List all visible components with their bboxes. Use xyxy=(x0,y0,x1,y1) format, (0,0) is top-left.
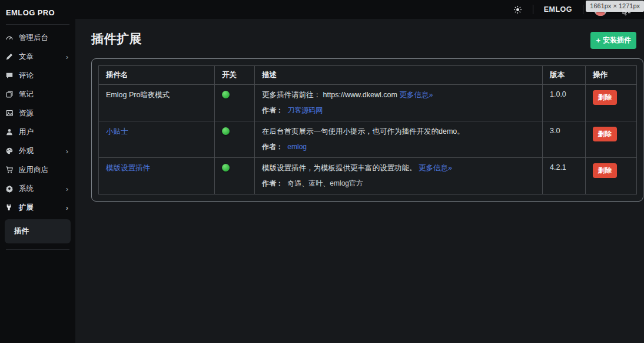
capture-size-badge: 1661px × 1271px xyxy=(586,1,644,12)
chevron-right-icon: › xyxy=(66,147,71,155)
plugin-enabled-toggle-icon[interactable] xyxy=(222,91,230,98)
plugin-version: 4.2.1 xyxy=(550,163,566,172)
plug-icon xyxy=(5,203,14,212)
author-label: 作者： xyxy=(262,143,283,151)
chevron-right-icon: › xyxy=(66,53,71,61)
mouse-cursor-icon xyxy=(622,8,629,18)
plugin-description: 更多插件请前往： https://www.dkewl.com 更多信息» xyxy=(262,90,535,100)
sidebar-item-system[interactable]: 系统 › xyxy=(0,179,75,198)
dashboard-icon xyxy=(5,34,14,42)
table-row: 小贴士 在后台首页展示一句使用小提示，也可作为插件开发的demo。 作者： em… xyxy=(99,121,637,158)
more-info-link[interactable]: 更多信息» xyxy=(419,164,452,172)
app-logo: EMLOG PRO xyxy=(0,4,75,24)
topbar-separator xyxy=(583,5,583,14)
sidebar-item-label: 管理后台 xyxy=(19,33,48,43)
content-area: 插件扩展 + 安装插件 插件名 开关 描述 版 xyxy=(75,19,644,343)
sidebar-divider-bottom xyxy=(6,249,69,250)
sidebar-item-label: 评论 xyxy=(19,71,34,81)
sidebar-item-dashboard[interactable]: 管理后台 xyxy=(0,28,75,47)
chevron-right-icon: › xyxy=(66,204,71,212)
plugin-author-line: 作者： emlog xyxy=(262,142,535,152)
plugin-enabled-toggle-icon[interactable] xyxy=(222,127,230,135)
plugin-description: 模版设置插件，为模板提供更丰富的设置功能。 更多信息» xyxy=(262,163,535,173)
install-plugin-button[interactable]: + 安装插件 xyxy=(590,32,636,49)
comment-icon xyxy=(5,71,14,80)
sidebar-item-label: 系统 xyxy=(19,184,34,194)
sidebar-item-label: 文章 xyxy=(19,52,34,62)
note-icon xyxy=(5,90,14,98)
plugin-author-line: 作者： 奇遇、蓝叶、emlog官方 xyxy=(262,179,535,189)
app-window: EMLOG PRO 管理后台 文章 › 评论 笔记 xyxy=(0,0,644,343)
col-header-switch: 开关 xyxy=(215,66,255,85)
sidebar-item-label: 资源 xyxy=(19,108,34,118)
col-header-description: 描述 xyxy=(255,66,543,85)
plugin-author-line: 作者： 刀客源码网 xyxy=(262,105,535,116)
col-header-version: 版本 xyxy=(543,66,586,85)
sidebar-item-label: 应用商店 xyxy=(19,165,48,175)
plugin-version: 1.0.0 xyxy=(550,90,566,98)
more-info-link[interactable]: 更多信息» xyxy=(399,91,433,99)
delete-plugin-button[interactable]: 删除 xyxy=(593,163,617,178)
plugin-enabled-toggle-icon[interactable] xyxy=(222,164,230,172)
author-link[interactable]: 刀客源码网 xyxy=(287,106,323,114)
cart-icon xyxy=(5,166,14,174)
sidebar-divider-top xyxy=(6,24,69,25)
author-label: 作者： xyxy=(262,106,283,114)
plugin-table-card: 插件名 开关 描述 版本 操作 Emlog Pro暗夜模式 xyxy=(91,58,643,202)
plugin-name-link[interactable]: 模版设置插件 xyxy=(106,164,150,172)
sidebar-item-label: 用户 xyxy=(19,127,34,137)
author-label: 作者： xyxy=(262,179,283,187)
plugin-name: Emlog Pro暗夜模式 xyxy=(106,91,170,99)
plugin-version: 3.0 xyxy=(550,127,560,135)
sidebar-item-label: 外观 xyxy=(19,146,34,156)
pencil-icon xyxy=(5,52,14,61)
site-home-link[interactable]: EMLOG xyxy=(544,5,572,14)
gear-icon xyxy=(5,184,14,193)
page-title: 插件扩展 xyxy=(91,31,142,47)
user-icon xyxy=(5,128,14,136)
col-header-plugin-name: 插件名 xyxy=(99,66,215,85)
install-plugin-label: 安装插件 xyxy=(603,35,631,45)
sidebar-item-articles[interactable]: 文章 › xyxy=(0,47,75,66)
page-header: 插件扩展 + 安装插件 xyxy=(91,31,636,49)
table-row: Emlog Pro暗夜模式 更多插件请前往： https://www.dkewl… xyxy=(99,85,637,121)
plugin-table: 插件名 开关 描述 版本 操作 Emlog Pro暗夜模式 xyxy=(98,65,637,194)
sidebar-item-users[interactable]: 用户 xyxy=(0,123,75,141)
sidebar: EMLOG PRO 管理后台 文章 › 评论 笔记 xyxy=(0,0,75,343)
image-icon xyxy=(5,109,14,117)
plugin-name-link[interactable]: 小贴士 xyxy=(106,127,128,136)
author-text: 奇遇、蓝叶、emlog官方 xyxy=(287,179,363,187)
table-row: 模版设置插件 模版设置插件，为模板提供更丰富的设置功能。 更多信息» 作者： 奇… xyxy=(99,158,637,194)
theme-toggle-sun-icon[interactable] xyxy=(513,5,522,14)
sidebar-item-label: 笔记 xyxy=(19,90,34,100)
plus-icon: + xyxy=(596,37,600,44)
chevron-right-icon: › xyxy=(66,185,71,193)
author-link[interactable]: emlog xyxy=(287,143,307,151)
col-header-operation: 操作 xyxy=(586,66,637,85)
table-header-row: 插件名 开关 描述 版本 操作 xyxy=(99,66,637,85)
palette-icon xyxy=(5,147,14,155)
topbar-separator xyxy=(533,5,533,14)
sidebar-item-comments[interactable]: 评论 xyxy=(0,66,75,85)
topbar: EMLOG xyxy=(75,0,644,19)
sidebar-item-label: 扩展 xyxy=(19,203,34,213)
sidebar-item-app-store[interactable]: 应用商店 xyxy=(0,160,75,179)
sidebar-item-appearance[interactable]: 外观 › xyxy=(0,141,75,160)
plugin-description: 在后台首页展示一句使用小提示，也可作为插件开发的demo。 xyxy=(262,127,535,137)
delete-plugin-button[interactable]: 删除 xyxy=(593,90,617,105)
main-region: EMLOG 插件扩展 + 安装插件 xyxy=(75,0,644,343)
delete-plugin-button[interactable]: 删除 xyxy=(593,127,617,141)
sidebar-item-notes[interactable]: 笔记 xyxy=(0,85,75,104)
sidebar-subitem-plugins[interactable]: 插件 xyxy=(5,219,71,243)
sidebar-item-resources[interactable]: 资源 xyxy=(0,104,75,123)
sidebar-item-extensions[interactable]: 扩展 › xyxy=(0,198,75,217)
